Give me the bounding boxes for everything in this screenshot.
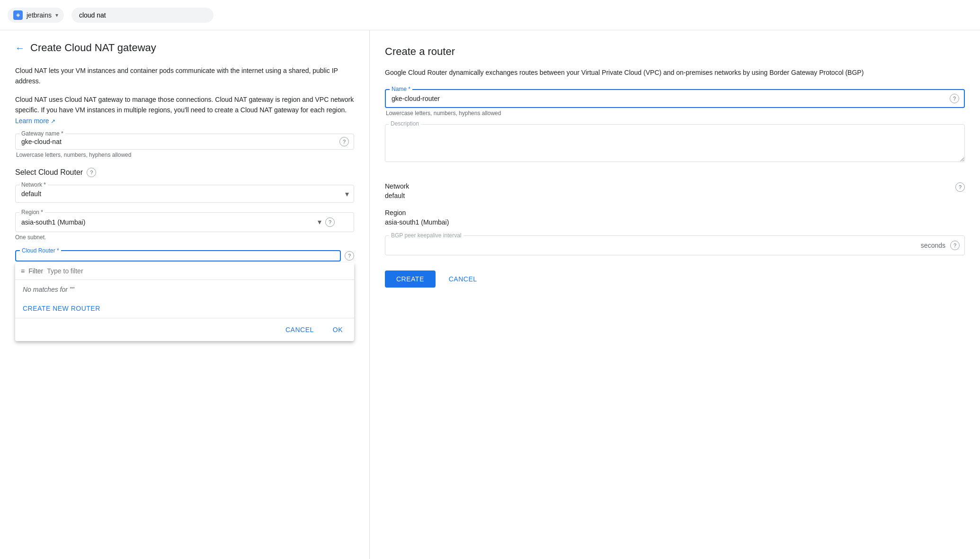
gateway-name-wrapper: Gateway name * gke-cloud-nat ? <box>15 134 354 150</box>
region-value: asia-south1 (Mumbai) <box>21 218 318 226</box>
learn-more-link[interactable]: Learn more <box>15 117 55 125</box>
create-router-title: Create a router <box>385 45 965 58</box>
org-name: jetbrains <box>27 11 52 19</box>
cloud-router-help-icon[interactable]: ? <box>345 251 354 261</box>
gateway-name-help-icon[interactable]: ? <box>339 137 349 146</box>
popup-cancel-button[interactable]: CANCEL <box>280 322 320 337</box>
create-new-router-button[interactable]: CREATE NEW ROUTER <box>15 299 354 318</box>
network-info-row: Network default ? <box>385 182 965 199</box>
gateway-name-label: Gateway name * <box>19 130 65 137</box>
filter-row: ≡ Filter <box>15 262 354 280</box>
network-info-value: default <box>385 192 409 199</box>
desc-field-wrapper: Description <box>385 124 965 173</box>
region-help-icon[interactable]: ? <box>325 217 335 227</box>
network-info-label: Network <box>385 182 409 190</box>
router-name-input[interactable] <box>392 95 945 102</box>
top-bar: ◈ jetbrains ▾ <box>0 0 980 30</box>
router-name-help-icon[interactable]: ? <box>950 94 959 103</box>
network-dropdown[interactable]: Network * default ▾ <box>15 185 354 203</box>
gateway-name-value: gke-cloud-nat <box>21 138 62 145</box>
network-value: default <box>21 190 41 198</box>
gateway-name-hint: Lowercase letters, numbers, hyphens allo… <box>15 152 354 158</box>
region-dropdown[interactable]: Region * asia-south1 (Mumbai) ▾ ? <box>15 212 354 232</box>
cloud-router-field: Cloud Router * ? ≡ Filter No matches for… <box>15 250 354 261</box>
description-p1: Cloud NAT lets your VM instances and con… <box>15 65 354 87</box>
description-p2: Cloud NAT uses Cloud NAT gateway to mana… <box>15 94 354 126</box>
cloud-router-label: Cloud Router * <box>20 247 61 254</box>
cloud-router-dropdown[interactable]: Cloud Router * <box>15 250 341 261</box>
select-cloud-router-section: Select Cloud Router ? <box>15 168 354 177</box>
router-name-label: Name * <box>390 86 412 92</box>
cloud-router-popup: ≡ Filter No matches for "" CREATE NEW RO… <box>15 262 354 341</box>
filter-label: Filter <box>28 267 43 275</box>
router-description: Google Cloud Router dynamically exchange… <box>385 67 965 78</box>
region-dropdown-arrow-icon: ▾ <box>318 217 321 226</box>
page-header: ← Create Cloud NAT gateway <box>15 42 354 54</box>
router-name-hint: Lowercase letters, numbers, hyphens allo… <box>385 110 965 117</box>
no-matches-text: No matches for "" <box>15 280 354 299</box>
network-dropdown-arrow-icon: ▾ <box>345 189 349 198</box>
org-arrow-icon: ▾ <box>55 12 58 18</box>
network-help-icon[interactable]: ? <box>955 182 965 192</box>
router-name-field: Name * ? Lowercase letters, numbers, hyp… <box>385 89 965 117</box>
desc-textarea[interactable] <box>385 124 965 162</box>
bgp-label: BGP peer keepalive interval <box>389 232 463 239</box>
filter-input[interactable] <box>47 267 348 275</box>
region-hint: One subnet. <box>15 234 354 241</box>
select-cloud-router-help-icon[interactable]: ? <box>87 168 96 177</box>
filter-icon: ≡ <box>21 267 25 275</box>
desc-label: Description <box>389 120 421 127</box>
back-button[interactable]: ← <box>15 43 25 54</box>
action-buttons: CREATE CANCEL <box>385 270 965 288</box>
cancel-button[interactable]: CANCEL <box>443 270 483 288</box>
network-field: Network * default ▾ <box>15 185 354 203</box>
router-network-info: Network default ? <box>385 182 965 199</box>
region-label: Region * <box>19 209 45 216</box>
search-input[interactable] <box>71 8 214 23</box>
left-panel: ← Create Cloud NAT gateway Cloud NAT let… <box>0 30 369 559</box>
right-panel: Create a router Google Cloud Router dyna… <box>369 30 980 559</box>
gateway-name-field: Gateway name * gke-cloud-nat ? Lowercase… <box>15 134 354 158</box>
region-info-value: asia-south1 (Mumbai) <box>385 218 965 226</box>
popup-actions: CANCEL OK <box>15 318 354 341</box>
create-button[interactable]: CREATE <box>385 270 436 288</box>
network-label: Network * <box>19 181 48 188</box>
bgp-field: BGP peer keepalive interval seconds ? <box>385 235 965 255</box>
bgp-suffix: seconds <box>921 242 945 249</box>
bgp-input[interactable] <box>391 242 927 249</box>
select-cloud-router-title: Select Cloud Router <box>15 168 83 177</box>
router-description-field: Description <box>385 124 965 173</box>
bgp-wrapper: BGP peer keepalive interval seconds ? <box>385 235 965 255</box>
popup-ok-button[interactable]: OK <box>327 322 348 337</box>
main-wrapper: ← Create Cloud NAT gateway Cloud NAT let… <box>0 30 980 559</box>
router-name-wrapper: Name * ? <box>385 89 965 108</box>
router-region-info: Region asia-south1 (Mumbai) <box>385 209 965 226</box>
region-field: Region * asia-south1 (Mumbai) ▾ ? One su… <box>15 212 354 241</box>
bgp-help-icon[interactable]: ? <box>950 241 960 250</box>
org-chip[interactable]: ◈ jetbrains ▾ <box>8 8 64 23</box>
page-title: Create Cloud NAT gateway <box>30 42 156 54</box>
org-icon: ◈ <box>13 10 23 20</box>
region-info-label: Region <box>385 209 965 216</box>
